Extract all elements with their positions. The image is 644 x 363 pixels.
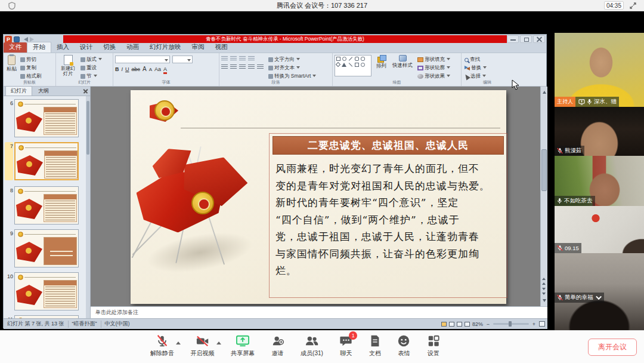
shape-gallery[interactable]: [335, 55, 371, 76]
invite-button[interactable]: 邀请: [271, 334, 284, 358]
tab-home[interactable]: 开始: [27, 42, 51, 53]
leave-meeting-button[interactable]: 离开会议: [588, 339, 637, 356]
scroll-up-icon[interactable]: [543, 89, 546, 94]
host-badge: 主持人: [555, 97, 575, 107]
reset-button[interactable]: 重设: [80, 64, 102, 72]
tab-slideshow[interactable]: 幻灯片放映: [144, 42, 187, 53]
slide-thumbnail-7-selected[interactable]: 7: [5, 142, 79, 180]
video-options-caret[interactable]: [216, 339, 221, 344]
tab-view[interactable]: 视图: [210, 42, 233, 53]
align-text-button[interactable]: 对齐文本: [268, 64, 316, 72]
shape-fill-button[interactable]: 形状填充: [417, 56, 450, 63]
maximize-button[interactable]: [520, 35, 532, 43]
normal-view-icon[interactable]: [441, 322, 447, 327]
previous-slide-button[interactable]: [542, 276, 546, 285]
panel-tab-slides[interactable]: 幻灯片: [5, 86, 32, 96]
scroll-down-icon[interactable]: [543, 299, 546, 304]
minimize-button[interactable]: [507, 35, 519, 43]
mic-options-caret[interactable]: [176, 339, 181, 344]
grow-font-button[interactable]: A: [143, 66, 147, 72]
video-tile-3[interactable]: 不如吃茶去: [555, 156, 644, 206]
slide-thumbnail-6[interactable]: 6: [5, 99, 79, 137]
cut-button[interactable]: 剪切: [20, 56, 42, 63]
unmute-button[interactable]: 解除静音: [150, 334, 174, 358]
bullets-icon[interactable]: [221, 56, 228, 61]
panel-scrollbar[interactable]: [86, 96, 90, 319]
align-left-icon[interactable]: [221, 64, 228, 70]
new-slide-button[interactable]: 新建幻灯片: [58, 55, 78, 80]
members-button[interactable]: 成员(31): [301, 334, 323, 358]
slide-text-box[interactable]: 二要忠诚党、忠诚祖国、忠诚人民 风雨兼程，时光变幻了青年人的面孔，但不 变的是青…: [269, 133, 507, 298]
video-tile-4[interactable]: 09.15: [555, 206, 644, 253]
align-right-icon[interactable]: [239, 64, 246, 70]
chevron-down-icon[interactable]: [596, 294, 602, 300]
save-icon[interactable]: [14, 36, 20, 42]
tab-animations[interactable]: 动画: [121, 42, 144, 53]
change-case-button[interactable]: Aa: [154, 66, 161, 72]
video-tile-host[interactable]: 主持人 深水、猫: [555, 33, 644, 107]
indent-increase-icon[interactable]: [248, 56, 255, 61]
font-family-select[interactable]: [115, 56, 170, 63]
tab-transitions[interactable]: 切换: [98, 42, 121, 53]
share-screen-button[interactable]: 共享屏幕: [231, 334, 255, 358]
next-slide-button[interactable]: [542, 288, 546, 297]
italic-button[interactable]: I: [122, 66, 123, 72]
close-button[interactable]: [533, 35, 545, 43]
fit-to-window-icon[interactable]: [539, 321, 545, 327]
arrange-button[interactable]: 排列: [375, 55, 388, 70]
zoom-in-button[interactable]: +: [531, 321, 537, 327]
chat-button[interactable]: 1 聊天: [339, 334, 352, 358]
reactions-button[interactable]: 表情: [397, 334, 410, 358]
font-size-select[interactable]: [172, 56, 193, 63]
panel-close-icon[interactable]: [83, 88, 88, 94]
video-tile-5[interactable]: 简单的幸福: [555, 253, 644, 330]
align-center-icon[interactable]: [230, 64, 237, 70]
replace-button[interactable]: 替换: [465, 64, 511, 72]
quick-styles-button[interactable]: 快速样式: [391, 55, 414, 69]
powerpoint-window: P 青春不负新时代 奋斗精神永传承 - Microsoft PowerPoint…: [3, 34, 547, 328]
docs-button[interactable]: 文档: [369, 334, 381, 358]
find-button[interactable]: 查找: [465, 56, 511, 63]
tab-review[interactable]: 审阅: [187, 42, 210, 53]
tab-insert[interactable]: 插入: [51, 42, 75, 53]
zoom-level[interactable]: 82%: [472, 321, 483, 327]
copy-button[interactable]: 复制: [20, 64, 42, 72]
shrink-font-button[interactable]: A: [149, 67, 152, 72]
video-tile-2[interactable]: 熊漫茹: [555, 107, 644, 156]
slideshow-view-icon[interactable]: [465, 322, 470, 327]
scroll-thumb[interactable]: [541, 149, 547, 191]
mic-on-icon: [557, 198, 562, 204]
settings-button[interactable]: 设置: [427, 334, 440, 358]
strikethrough-button[interactable]: abc: [132, 66, 141, 72]
fullscreen-toggle-icon[interactable]: [629, 2, 637, 10]
layout-button[interactable]: 版式: [80, 56, 102, 63]
slide-thumbnail-8[interactable]: 8: [5, 186, 79, 224]
slide-thumbnail-10[interactable]: 10: [5, 272, 79, 310]
font-color-button[interactable]: A: [163, 66, 167, 74]
panel-tab-outline[interactable]: 大纲: [33, 87, 54, 96]
shape-outline-button[interactable]: 形状轮廓: [417, 64, 450, 72]
underline-button[interactable]: U: [125, 66, 129, 72]
slide[interactable]: 二要忠诚党、忠诚祖国、忠诚人民 风雨兼程，时光变幻了青年人的面孔，但不 变的是青…: [131, 90, 506, 304]
notes-pane[interactable]: 单击此处添加备注: [91, 306, 547, 318]
slide-scrollbar[interactable]: [540, 87, 547, 306]
paste-button[interactable]: 粘贴: [5, 55, 18, 80]
undo-icon[interactable]: [21, 37, 28, 42]
bold-button[interactable]: B: [115, 66, 119, 72]
slide-thumbnail-9[interactable]: 9: [5, 229, 79, 267]
reading-view-icon[interactable]: [457, 322, 462, 327]
slide-sorter-view-icon[interactable]: [449, 322, 454, 327]
text-direction-button[interactable]: 文字方向: [268, 56, 316, 63]
tab-design[interactable]: 设计: [75, 42, 98, 53]
start-video-button[interactable]: 开启视频: [191, 334, 215, 358]
powerpoint-logo[interactable]: P: [5, 36, 12, 43]
zoom-out-button[interactable]: −: [485, 321, 491, 327]
justify-icon[interactable]: [248, 64, 255, 70]
numbering-icon[interactable]: [230, 56, 237, 61]
tab-file[interactable]: 文件: [4, 42, 27, 53]
language-indicator[interactable]: 中文(中国): [105, 320, 130, 328]
indent-decrease-icon[interactable]: [239, 56, 246, 61]
columns-icon[interactable]: [257, 64, 264, 70]
redo-icon[interactable]: [30, 37, 36, 42]
zoom-slider[interactable]: [493, 323, 529, 325]
